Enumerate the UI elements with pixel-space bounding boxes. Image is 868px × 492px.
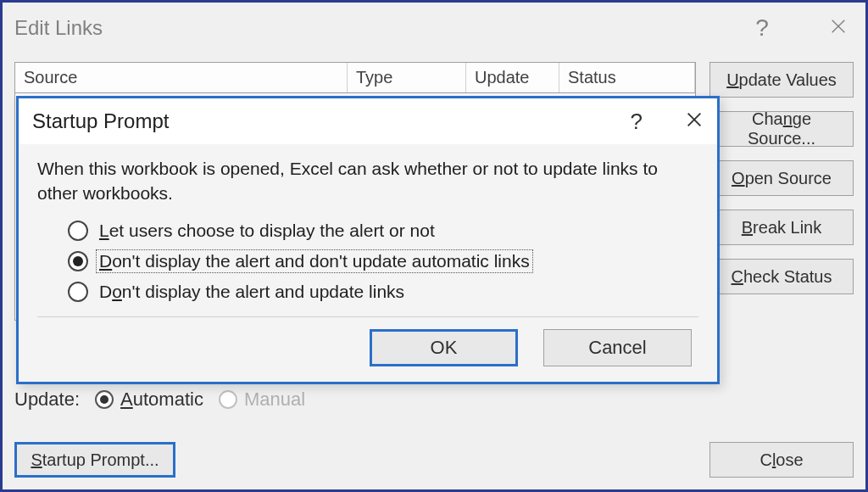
divider — [37, 316, 698, 317]
close-icon[interactable] — [823, 14, 854, 42]
edit-links-window-controls: ? — [747, 14, 854, 42]
option-dont-display-dont-update-label: Don't display the alert and don't update… — [97, 250, 532, 272]
break-link-button[interactable]: Break Link — [709, 210, 854, 245]
update-values-button[interactable]: Update Values — [709, 62, 854, 98]
edit-links-titlebar: Edit Links ? — [3, 3, 865, 53]
startup-prompt-body: When this workbook is opened, Excel can … — [19, 144, 717, 380]
startup-prompt-buttons: OK Cancel — [37, 329, 698, 366]
change-source-button[interactable]: Change Source... — [709, 111, 854, 147]
update-automatic-radio[interactable]: Automatic — [95, 389, 203, 411]
radio-icon — [68, 221, 88, 241]
option-dont-display-update-label: Don't display the alert and update links — [97, 281, 407, 303]
startup-prompt-titlebar: Startup Prompt ? — [19, 98, 717, 144]
edit-links-title: Edit Links — [14, 16, 103, 40]
column-header-source[interactable]: Source — [15, 63, 348, 92]
startup-prompt-dialog: Startup Prompt ? When this workbook is o… — [16, 96, 720, 384]
close-button[interactable]: Close — [709, 442, 854, 478]
option-dont-display-update[interactable]: Don't display the alert and update links — [68, 281, 698, 303]
cancel-button[interactable]: Cancel — [543, 329, 692, 366]
option-let-users-choose-label: Let users choose to display the alert or… — [97, 220, 437, 242]
option-dont-display-dont-update[interactable]: Don't display the alert and don't update… — [68, 250, 698, 272]
startup-prompt-title: Startup Prompt — [32, 109, 169, 133]
radio-icon — [68, 251, 88, 271]
option-let-users-choose[interactable]: Let users choose to display the alert or… — [68, 220, 698, 242]
help-icon[interactable]: ? — [631, 109, 643, 135]
update-automatic-label: Automatic — [120, 389, 203, 411]
startup-prompt-button[interactable]: Startup Prompt... — [14, 442, 175, 478]
edit-links-bottom-row: Startup Prompt... Close — [14, 442, 854, 478]
open-source-button[interactable]: Open Source — [709, 160, 854, 196]
links-list-header: Source Type Update Status — [15, 63, 695, 93]
startup-prompt-message: When this workbook is opened, Excel can … — [37, 156, 698, 206]
help-icon[interactable]: ? — [747, 14, 777, 42]
radio-icon — [219, 390, 237, 409]
radio-icon — [95, 390, 114, 409]
close-icon[interactable] — [685, 109, 704, 135]
column-header-update[interactable]: Update — [466, 63, 559, 92]
update-manual-label: Manual — [244, 389, 305, 411]
ok-button[interactable]: OK — [370, 329, 518, 366]
radio-icon — [68, 282, 88, 302]
update-mode-row: Update: Automatic Manual — [14, 389, 696, 411]
column-header-status[interactable]: Status — [559, 63, 695, 92]
column-header-type[interactable]: Type — [348, 63, 466, 92]
startup-prompt-options: Let users choose to display the alert or… — [37, 220, 698, 303]
update-label: Update: — [14, 389, 80, 411]
update-manual-radio: Manual — [219, 389, 305, 411]
side-buttons: Update Values Change Source... Open Sour… — [709, 62, 854, 478]
startup-prompt-window-controls: ? — [631, 109, 704, 135]
edit-links-dialog: Edit Links ? Source Type Update Status — [0, 0, 868, 492]
check-status-button[interactable]: Check Status — [709, 259, 854, 294]
